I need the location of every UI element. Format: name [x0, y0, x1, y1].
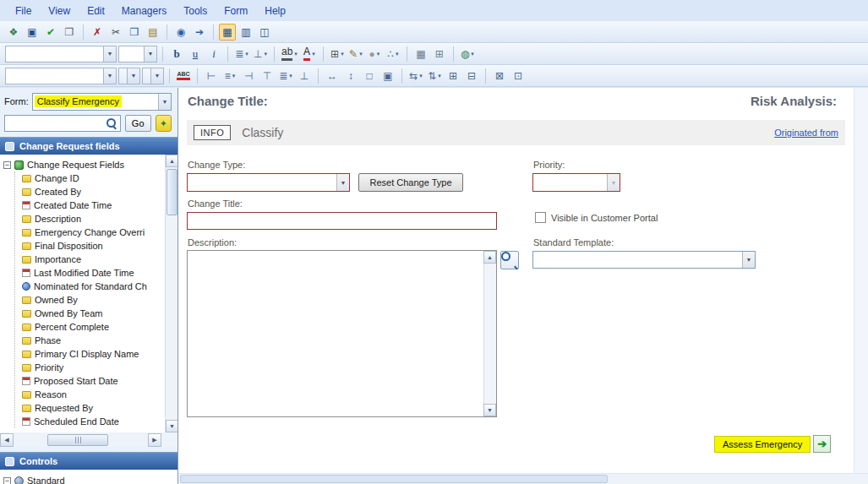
align-rights-icon[interactable]: ⊣	[240, 68, 257, 84]
snapline-dropdown[interactable]: ▼	[118, 68, 140, 84]
dock-icon[interactable]: ⊥▾	[252, 46, 269, 63]
spelling-icon[interactable]: ABC	[175, 68, 192, 84]
zoom-dropdown[interactable]: ▼	[142, 68, 164, 84]
chevron-down-icon[interactable]: ▼	[127, 68, 139, 84]
bring-front-icon[interactable]: ⊠	[491, 68, 508, 84]
go-button[interactable]: Go	[125, 115, 151, 132]
table-icon[interactable]: ▥	[237, 24, 254, 41]
dropdown-arrow-icon[interactable]: ▾	[232, 73, 236, 79]
scroll-down-icon[interactable]: ▼	[483, 404, 496, 416]
visible-portal-checkbox[interactable]	[535, 212, 546, 223]
fill-direction-icon[interactable]: ≣▾	[233, 46, 250, 63]
field-owned-by[interactable]: Owned By	[22, 293, 166, 307]
font-family-combo[interactable]: ▼	[5, 46, 117, 63]
send-back-icon[interactable]: ⊡	[510, 68, 527, 84]
align-lefts-icon[interactable]: ⊢	[203, 68, 220, 84]
chevron-down-icon[interactable]: ▼	[150, 68, 163, 84]
chevron-down-icon[interactable]: ▼	[158, 94, 171, 110]
controls-panel-header[interactable]: Controls	[0, 452, 177, 470]
info-tab[interactable]: INFO	[194, 125, 231, 140]
font-color-icon[interactable]: A▾	[301, 46, 318, 63]
chevron-down-icon[interactable]: ▼	[607, 174, 620, 191]
scroll-left-icon[interactable]: ◀	[0, 433, 14, 447]
validate-icon[interactable]: ✔	[42, 24, 59, 41]
space-down-icon[interactable]: ⇅▾	[426, 68, 443, 84]
field-percent-complete[interactable]: Percent Complete	[22, 320, 166, 334]
dropdown-arrow-icon[interactable]: ▾	[312, 51, 315, 57]
assess-emergency-button[interactable]: Assess Emergency ➔	[714, 435, 831, 453]
scroll-right-icon[interactable]: ▶	[148, 433, 161, 447]
publish-icon[interactable]: ◉	[172, 24, 189, 41]
field-nominated-for-standard-ch[interactable]: Nominated for Standard Ch	[22, 280, 166, 293]
green-arrow-icon[interactable]: ➔	[813, 435, 831, 453]
save-icon[interactable]: ▣	[24, 24, 41, 41]
font-size-combo[interactable]: ▼	[118, 46, 157, 63]
pen-icon[interactable]: ✎▾	[347, 46, 364, 63]
dropdown-arrow-icon[interactable]: ▾	[289, 73, 292, 79]
advanced-search-icon[interactable]: ✦	[156, 115, 172, 132]
field-reason[interactable]: Reason	[22, 388, 166, 401]
scroll-up-icon[interactable]: ▲	[166, 155, 178, 167]
form-selector[interactable]: Classify Emergency ▼	[32, 93, 172, 111]
style-combo[interactable]: ▼	[5, 68, 117, 84]
horizontal-scroll-thumb[interactable]	[47, 434, 108, 446]
scroll-down-icon[interactable]: ▼	[166, 420, 178, 432]
description-scrollbar[interactable]: ▲ ▼	[483, 251, 496, 416]
field-last-modified-date-time[interactable]: Last Modified Date Time	[22, 266, 166, 280]
menu-file[interactable]: File	[7, 2, 40, 20]
dropdown-arrow-icon[interactable]: ▾	[396, 51, 399, 57]
field-priority[interactable]: Priority	[22, 361, 166, 374]
standard-template-select[interactable]: ▼	[532, 251, 756, 269]
tree-root-row[interactable]: − Change Request Fields	[3, 158, 166, 171]
paste-icon[interactable]: ▤	[145, 24, 161, 41]
align-bottoms-icon[interactable]: ⊥	[296, 68, 313, 84]
align-middles-icon[interactable]: ≣▾	[277, 68, 294, 84]
collapse-icon[interactable]: −	[3, 477, 11, 484]
field-proposed-start-date[interactable]: Proposed Start Date	[22, 374, 166, 388]
space-across-icon[interactable]: ⇆▾	[407, 68, 424, 84]
chart-icon[interactable]: ∴▾	[385, 46, 401, 63]
field-owned-by-team[interactable]: Owned By Team	[22, 307, 166, 320]
fill-color-icon[interactable]: ●▾	[366, 46, 383, 63]
main-vertical-scrollbar[interactable]	[854, 88, 868, 473]
dropdown-arrow-icon[interactable]: ▾	[264, 51, 267, 57]
field-primary-ci-display-name[interactable]: Primary CI Display Name	[22, 347, 166, 361]
same-width-icon[interactable]: ↔	[324, 68, 341, 84]
main-horizontal-scrollbar[interactable]	[178, 473, 868, 484]
field-created-by[interactable]: Created By	[22, 185, 166, 198]
fields-panel-header[interactable]: Change Request fields	[0, 137, 177, 155]
bold-button[interactable]: b	[168, 46, 185, 63]
insert-grid-icon[interactable]: ⊞	[431, 46, 448, 63]
increase-hspace-icon[interactable]: ⊞	[445, 68, 461, 84]
reset-change-type-button[interactable]: Reset Change Type	[358, 173, 463, 192]
italic-button[interactable]: i	[205, 46, 222, 63]
vertical-scroll-thumb[interactable]	[167, 169, 177, 215]
menu-form[interactable]: Form	[216, 2, 256, 20]
delete-icon[interactable]: ✗	[89, 24, 106, 41]
dropdown-arrow-icon[interactable]: ▾	[438, 73, 441, 79]
tree-horizontal-scrollbar[interactable]: ◀ ▶	[0, 432, 177, 447]
share-icon[interactable]: ➔	[191, 24, 208, 41]
dropdown-arrow-icon[interactable]: ▾	[294, 51, 298, 57]
collapse-icon[interactable]: −	[3, 161, 11, 169]
size-to-grid-icon[interactable]: ▣	[379, 68, 396, 84]
chevron-down-icon[interactable]: ▼	[103, 68, 116, 84]
originated-from-link[interactable]: Originated from	[774, 128, 838, 138]
same-height-icon[interactable]: ↕	[342, 68, 359, 84]
border-icon[interactable]: ⊞▾	[329, 46, 346, 63]
field-importance[interactable]: Importance	[22, 253, 166, 266]
same-size-icon[interactable]: □	[361, 68, 378, 84]
open-form-icon[interactable]: ❖	[5, 24, 22, 41]
menu-edit[interactable]: Edit	[79, 2, 113, 20]
align-centers-icon[interactable]: ≡▾	[221, 68, 238, 84]
field-scheduled-end-date[interactable]: Scheduled End Date	[22, 415, 166, 428]
field-created-date-time[interactable]: Created Date Time	[22, 198, 166, 212]
field-final-disposition[interactable]: Final Disposition	[22, 239, 166, 253]
tree-vertical-scrollbar[interactable]: ▲ ▼	[165, 155, 177, 432]
dropdown-arrow-icon[interactable]: ▾	[359, 51, 363, 57]
dropdown-arrow-icon[interactable]: ▾	[245, 51, 248, 57]
search-input[interactable]	[4, 115, 121, 132]
layout-grid-icon[interactable]: ▦	[219, 24, 236, 41]
horizontal-scroll-track[interactable]	[14, 433, 148, 447]
insert-table-icon[interactable]: ▦	[412, 46, 429, 63]
